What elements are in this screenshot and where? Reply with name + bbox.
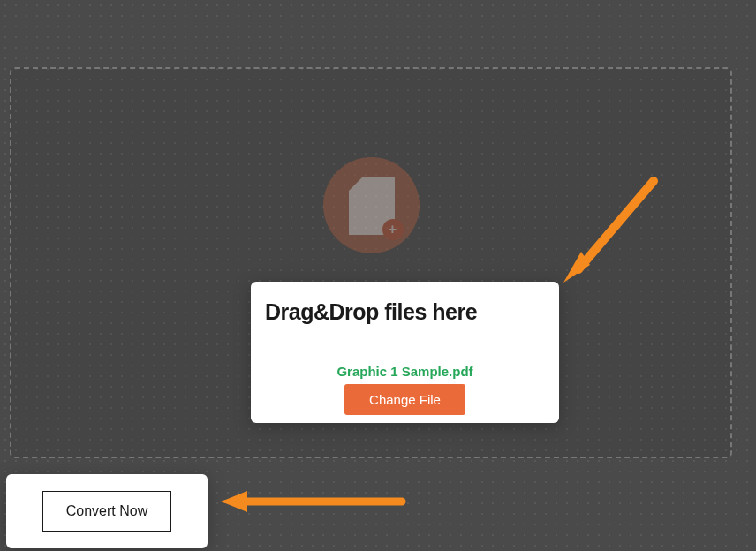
upload-title: Drag&Drop files here bbox=[265, 299, 545, 325]
plus-icon: + bbox=[382, 219, 404, 240]
convert-wrapper: Convert Now bbox=[6, 474, 208, 548]
change-file-button[interactable]: Change File bbox=[344, 384, 465, 415]
convert-now-button[interactable]: Convert Now bbox=[42, 491, 171, 532]
uploaded-filename: Graphic 1 Sample.pdf bbox=[265, 364, 545, 379]
upload-card: Drag&Drop files here Graphic 1 Sample.pd… bbox=[251, 282, 559, 423]
file-upload-icon: + bbox=[323, 157, 420, 253]
